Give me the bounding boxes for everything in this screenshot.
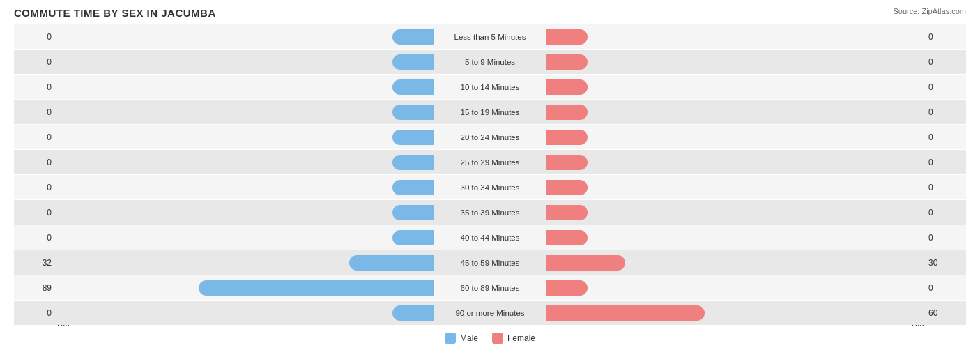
source-label: Source: ZipAtlas.com	[893, 7, 966, 15]
female-bar	[546, 105, 588, 120]
female-value: 0	[924, 82, 966, 92]
male-value: 0	[14, 57, 56, 67]
female-value: 60	[924, 308, 966, 318]
male-bar	[392, 105, 434, 120]
female-bar	[546, 255, 625, 271]
row-label: 45 to 59 Minutes	[434, 259, 546, 267]
female-bar	[546, 205, 588, 220]
row-label: Less than 5 Minutes	[434, 33, 546, 41]
male-bar	[392, 29, 434, 45]
male-value: 0	[14, 32, 56, 42]
chart-row: 030 to 34 Minutes0	[14, 175, 966, 199]
male-value: 0	[14, 308, 56, 318]
female-bar	[546, 305, 705, 321]
chart-row: 05 to 9 Minutes0	[14, 50, 966, 74]
male-bar	[392, 155, 434, 170]
female-bar	[546, 54, 588, 70]
female-value: 30	[924, 258, 966, 268]
legend: Male Female	[14, 333, 966, 344]
female-value: 0	[924, 57, 966, 67]
chart-title: COMMUTE TIME BY SEX IN JACUMBA	[14, 7, 966, 19]
legend-male: Male	[445, 333, 478, 344]
chart-row: 0Less than 5 Minutes0	[14, 24, 966, 49]
female-value: 0	[924, 107, 966, 117]
female-value: 0	[924, 158, 966, 167]
chart-row: 010 to 14 Minutes0	[14, 75, 966, 99]
chart-row: 015 to 19 Minutes0	[14, 100, 966, 124]
female-value: 0	[924, 233, 966, 243]
female-value: 0	[924, 283, 966, 293]
chart-row: 3245 to 59 Minutes30	[14, 250, 966, 275]
male-value: 0	[14, 158, 56, 167]
row-label: 40 to 44 Minutes	[434, 234, 546, 242]
female-label: Female	[507, 333, 535, 343]
chart-row: 040 to 44 Minutes0	[14, 225, 966, 250]
legend-female: Female	[492, 333, 535, 344]
male-label: Male	[460, 333, 478, 343]
male-bar	[392, 230, 434, 245]
chart-row: 8960 to 89 Minutes0	[14, 275, 966, 300]
chart-row: 035 to 39 Minutes0	[14, 200, 966, 225]
female-value: 0	[924, 183, 966, 192]
male-bar	[349, 255, 434, 271]
chart-row: 020 to 24 Minutes0	[14, 125, 966, 149]
chart-area: 0Less than 5 Minutes005 to 9 Minutes0010…	[14, 24, 966, 317]
male-value: 0	[14, 82, 56, 92]
male-bar	[392, 54, 434, 70]
row-label: 30 to 34 Minutes	[434, 183, 546, 192]
male-value: 0	[14, 183, 56, 192]
male-color-box	[445, 333, 456, 344]
male-bar	[392, 205, 434, 220]
chart-container: COMMUTE TIME BY SEX IN JACUMBA Source: Z…	[0, 0, 980, 364]
female-value: 0	[924, 132, 966, 142]
female-bar	[546, 155, 588, 170]
male-value: 0	[14, 233, 56, 243]
female-color-box	[492, 333, 503, 344]
female-bar	[546, 180, 588, 195]
male-value: 0	[14, 107, 56, 117]
row-label: 20 to 24 Minutes	[434, 133, 546, 142]
chart-row: 090 or more Minutes60	[14, 301, 966, 325]
male-bar	[392, 130, 434, 145]
row-label: 15 to 19 Minutes	[434, 108, 546, 116]
male-value: 32	[14, 258, 56, 268]
female-bar	[546, 29, 588, 45]
male-bar	[392, 79, 434, 95]
row-label: 25 to 29 Minutes	[434, 158, 546, 167]
male-value: 0	[14, 132, 56, 142]
row-label: 5 to 9 Minutes	[434, 58, 546, 66]
female-value: 0	[924, 208, 966, 218]
female-value: 0	[924, 32, 966, 42]
row-label: 90 or more Minutes	[434, 309, 546, 317]
male-value: 0	[14, 208, 56, 218]
male-value: 89	[14, 283, 56, 293]
female-bar	[546, 79, 588, 95]
male-bar	[392, 180, 434, 195]
male-bar	[199, 280, 434, 296]
female-bar	[546, 280, 588, 296]
row-label: 10 to 14 Minutes	[434, 83, 546, 91]
female-bar	[546, 130, 588, 145]
female-bar	[546, 230, 588, 245]
male-bar	[392, 305, 434, 321]
row-label: 35 to 39 Minutes	[434, 208, 546, 217]
row-label: 60 to 89 Minutes	[434, 284, 546, 292]
chart-row: 025 to 29 Minutes0	[14, 150, 966, 174]
